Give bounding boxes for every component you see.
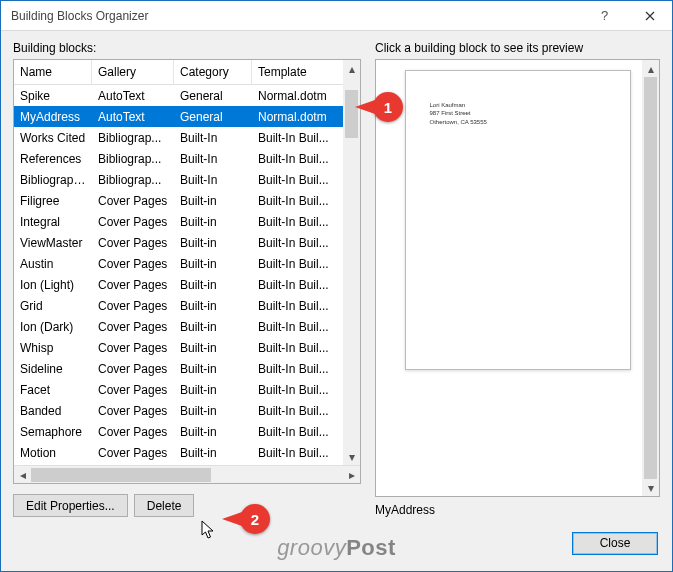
dialog-window: Building Blocks Organizer ? Building blo… xyxy=(0,0,673,572)
table-row[interactable]: Ion (Dark)Cover PagesBuilt-inBuilt-In Bu… xyxy=(14,316,360,337)
delete-button[interactable]: Delete xyxy=(134,494,195,517)
close-button[interactable]: Close xyxy=(572,532,658,555)
left-buttons: Edit Properties... Delete xyxy=(13,494,361,517)
cell-category: Built-in xyxy=(174,278,252,292)
cell-name: Facet xyxy=(14,383,92,397)
table-row[interactable]: SidelineCover PagesBuilt-inBuilt-In Buil… xyxy=(14,358,360,379)
cell-gallery: Cover Pages xyxy=(92,383,174,397)
dialog-footer: Close xyxy=(1,525,672,571)
cell-category: General xyxy=(174,89,252,103)
cell-gallery: Bibliograp... xyxy=(92,152,174,166)
preview-line2: 987 First Street xyxy=(430,109,606,117)
right-pane: Click a building block to see its previe… xyxy=(375,41,660,517)
table-row[interactable]: GridCover PagesBuilt-inBuilt-In Buil... xyxy=(14,295,360,316)
preview-scroll-down-icon[interactable]: ▾ xyxy=(642,479,659,496)
preview-name-label: MyAddress xyxy=(375,503,660,517)
cell-category: Built-in xyxy=(174,320,252,334)
cell-name: Integral xyxy=(14,215,92,229)
table-row[interactable]: MyAddressAutoTextGeneralNormal.dotm xyxy=(14,106,360,127)
edit-properties-button[interactable]: Edit Properties... xyxy=(13,494,128,517)
cell-category: Built-in xyxy=(174,362,252,376)
cell-gallery: Cover Pages xyxy=(92,425,174,439)
cell-name: ViewMaster xyxy=(14,236,92,250)
cell-category: Built-in xyxy=(174,425,252,439)
list-vertical-scrollbar[interactable]: ▴ ▾ xyxy=(343,60,360,465)
cell-gallery: Cover Pages xyxy=(92,341,174,355)
scroll-up-arrow-icon[interactable]: ▴ xyxy=(343,60,360,77)
scroll-thumb[interactable] xyxy=(345,90,358,138)
preview-area: Lori Kaufman 987 First Street Othertown,… xyxy=(375,59,660,497)
cell-gallery: Bibliograp... xyxy=(92,173,174,187)
building-blocks-list[interactable]: Name Gallery Category Template SpikeAuto… xyxy=(13,59,361,484)
cell-name: Ion (Dark) xyxy=(14,320,92,334)
cell-name: Ion (Light) xyxy=(14,278,92,292)
table-row[interactable]: Ion (Light)Cover PagesBuilt-inBuilt-In B… xyxy=(14,274,360,295)
preview-scroll-up-icon[interactable]: ▴ xyxy=(642,60,659,77)
left-pane: Building blocks: Name Gallery Category T… xyxy=(13,41,361,517)
cell-category: Built-In xyxy=(174,152,252,166)
cell-category: Built-in xyxy=(174,236,252,250)
list-header: Name Gallery Category Template xyxy=(14,60,360,85)
scroll-down-arrow-icon[interactable]: ▾ xyxy=(343,448,360,465)
cell-gallery: Cover Pages xyxy=(92,299,174,313)
cell-name: Whisp xyxy=(14,341,92,355)
cell-category: Built-in xyxy=(174,341,252,355)
annotation-marker-1: 1 xyxy=(373,92,403,122)
cell-gallery: Cover Pages xyxy=(92,278,174,292)
annotation-marker-2: 2 xyxy=(240,504,270,534)
preview-scroll-thumb[interactable] xyxy=(644,77,657,479)
cell-category: Built-In xyxy=(174,131,252,145)
preview-page: Lori Kaufman 987 First Street Othertown,… xyxy=(405,70,631,370)
table-row[interactable]: IntegralCover PagesBuilt-inBuilt-In Buil… xyxy=(14,211,360,232)
table-row[interactable]: SemaphoreCover PagesBuilt-inBuilt-In Bui… xyxy=(14,421,360,442)
help-button[interactable]: ? xyxy=(582,1,627,31)
hscroll-thumb[interactable] xyxy=(31,468,211,482)
table-row[interactable]: AustinCover PagesBuilt-inBuilt-In Buil..… xyxy=(14,253,360,274)
cell-name: Semaphore xyxy=(14,425,92,439)
cell-name: References xyxy=(14,152,92,166)
titlebar[interactable]: Building Blocks Organizer ? xyxy=(1,1,672,31)
cell-category: Built-in xyxy=(174,194,252,208)
cell-gallery: AutoText xyxy=(92,89,174,103)
annotation-1-label: 1 xyxy=(384,99,392,116)
scroll-right-arrow-icon[interactable]: ▸ xyxy=(343,466,360,483)
table-row[interactable]: WhispCover PagesBuilt-inBuilt-In Buil... xyxy=(14,337,360,358)
table-row[interactable]: BandedCover PagesBuilt-inBuilt-In Buil..… xyxy=(14,400,360,421)
preview-line3: Othertown, CA 53555 xyxy=(430,118,606,126)
cell-gallery: Cover Pages xyxy=(92,257,174,271)
preview-label: Click a building block to see its previe… xyxy=(375,41,660,55)
cell-gallery: Cover Pages xyxy=(92,362,174,376)
table-row[interactable]: Slice (Light)Cover PagesBuilt-inBuilt-In… xyxy=(14,463,360,465)
table-row[interactable]: FiligreeCover PagesBuilt-inBuilt-In Buil… xyxy=(14,190,360,211)
table-row[interactable]: MotionCover PagesBuilt-inBuilt-In Buil..… xyxy=(14,442,360,463)
cell-name: Works Cited xyxy=(14,131,92,145)
preview-scrollbar[interactable]: ▴ ▾ xyxy=(642,60,659,496)
table-row[interactable]: ReferencesBibliograp...Built-InBuilt-In … xyxy=(14,148,360,169)
table-row[interactable]: SpikeAutoTextGeneralNormal.dotm xyxy=(14,85,360,106)
building-blocks-label: Building blocks: xyxy=(13,41,361,55)
cell-name: Filigree xyxy=(14,194,92,208)
column-header-gallery[interactable]: Gallery xyxy=(92,60,174,84)
cell-category: Built-in xyxy=(174,383,252,397)
column-header-category[interactable]: Category xyxy=(174,60,252,84)
table-row[interactable]: FacetCover PagesBuilt-inBuilt-In Buil... xyxy=(14,379,360,400)
cell-category: Built-in xyxy=(174,299,252,313)
close-icon xyxy=(645,11,655,21)
window-title: Building Blocks Organizer xyxy=(11,9,582,23)
cell-name: MyAddress xyxy=(14,110,92,124)
table-row[interactable]: ViewMasterCover PagesBuilt-inBuilt-In Bu… xyxy=(14,232,360,253)
close-window-button[interactable] xyxy=(627,1,672,31)
cell-gallery: Cover Pages xyxy=(92,320,174,334)
column-header-name[interactable]: Name xyxy=(14,60,92,84)
table-row[interactable]: Works CitedBibliograp...Built-InBuilt-In… xyxy=(14,127,360,148)
cell-gallery: Cover Pages xyxy=(92,194,174,208)
cell-name: Banded xyxy=(14,404,92,418)
cell-name: Bibliography xyxy=(14,173,92,187)
table-row[interactable]: BibliographyBibliograp...Built-InBuilt-I… xyxy=(14,169,360,190)
cell-name: Motion xyxy=(14,446,92,460)
list-body: SpikeAutoTextGeneralNormal.dotmMyAddress… xyxy=(14,85,360,465)
list-horizontal-scrollbar[interactable]: ◂ ▸ xyxy=(14,465,360,483)
scroll-left-arrow-icon[interactable]: ◂ xyxy=(14,466,31,483)
cell-name: Austin xyxy=(14,257,92,271)
cell-category: Built-in xyxy=(174,257,252,271)
